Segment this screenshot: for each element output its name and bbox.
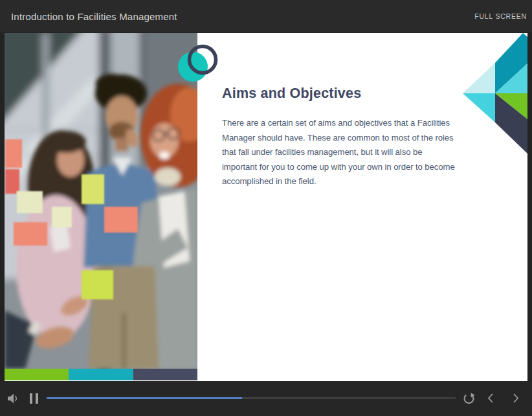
volume-icon [7, 393, 20, 404]
stripe-navy [133, 369, 197, 380]
replay-icon [461, 391, 476, 406]
previous-button[interactable] [487, 393, 494, 404]
stripe-green [5, 369, 69, 380]
course-player-window: { "header": { "course_title": "Introduct… [0, 0, 532, 416]
overlapping-circles-icon [178, 42, 221, 82]
slide-body-text: There are a certain set of aims and obje… [222, 116, 500, 189]
top-bar: Introduction to Facilities Management FU… [0, 0, 532, 32]
progress-fill [47, 397, 242, 399]
fullscreen-button[interactable]: FULL SCREEN [474, 10, 527, 23]
player-bar [0, 381, 532, 416]
stripe-teal [69, 369, 133, 380]
pause-icon [30, 396, 38, 406]
slide-title: Aims and Objectives [222, 86, 361, 102]
slide-canvas: Aims and Objectives There are a certain … [5, 33, 527, 381]
chevron-left-icon [487, 393, 494, 404]
next-button[interactable] [512, 393, 520, 404]
course-title: Introduction to Facilities Management [11, 11, 177, 22]
photo-accent-stripes [5, 369, 197, 380]
replay-button[interactable] [461, 391, 476, 406]
team-photo-illustration [5, 33, 197, 369]
progress-bar[interactable] [47, 397, 456, 399]
chevron-right-icon [512, 393, 520, 404]
volume-button[interactable] [7, 393, 20, 404]
team-photo [5, 33, 197, 369]
corner-triangles-decoration [463, 33, 527, 157]
pause-button[interactable] [30, 393, 38, 404]
